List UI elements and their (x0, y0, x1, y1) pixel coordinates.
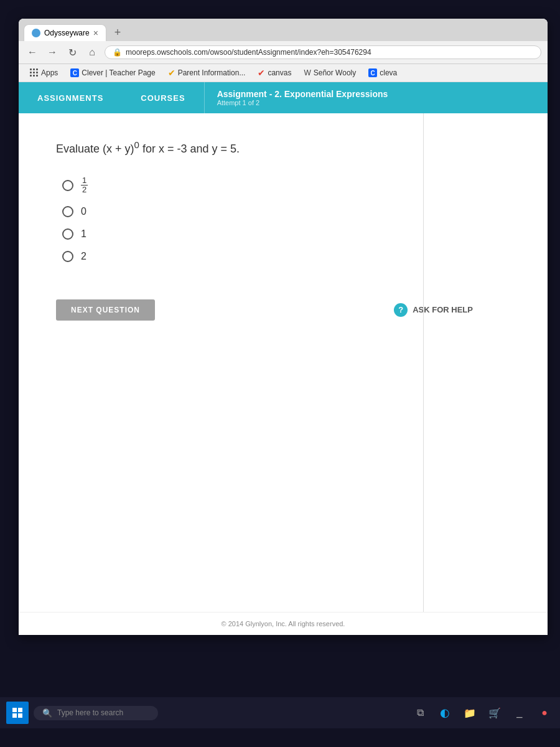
parent-info-label: Parent Information... (178, 68, 246, 77)
nav-bar: ASSIGNMENTS COURSES Assignment - 2. Expo… (19, 82, 548, 113)
search-icon: 🔍 (42, 708, 52, 718)
attempt-text: Attempt 1 of 2 (217, 99, 388, 106)
apps-bookmark[interactable]: Apps (25, 67, 63, 78)
radio-btn-1[interactable] (62, 180, 73, 191)
taskbar: 🔍 Type here to search ⧉ ◐ 📁 🛒 ⎯ ● (0, 697, 560, 728)
tab-title: Odysseyware (44, 29, 90, 37)
answer-option-3[interactable]: 1 (62, 228, 510, 240)
canvas-bookmark[interactable]: ✔ canvas (253, 67, 296, 79)
tab-bar: Odysseyware × + (19, 19, 548, 41)
option-label-3: 1 (81, 228, 86, 240)
fraction-denominator: 2 (81, 186, 88, 194)
clever-icon: C (70, 68, 79, 77)
help-icon: ? (394, 303, 408, 317)
wooly-icon: W (304, 68, 310, 77)
radio-btn-3[interactable] (62, 228, 73, 240)
option-label-1: 1 2 (81, 176, 88, 195)
bookmarks-bar: Apps C Clever | Teacher Page ✔ Parent In… (19, 64, 548, 82)
question-text: Evaluate (x + y)0 for x = -3 and y = 5. (56, 138, 510, 157)
ask-help-text: ASK FOR HELP (413, 305, 473, 314)
clever-bookmark[interactable]: C Clever | Teacher Page (65, 67, 160, 78)
file-explorer-icon[interactable]: 📁 (460, 703, 479, 722)
taskbar-search[interactable]: 🔍 Type here to search (34, 706, 158, 720)
active-tab[interactable]: Odysseyware × (24, 24, 106, 41)
answer-option-2[interactable]: 0 (62, 206, 510, 217)
option-label-2: 0 (81, 206, 86, 217)
answer-options: 1 2 0 1 2 (62, 176, 510, 262)
parent-info-bookmark[interactable]: ✔ Parent Information... (163, 67, 251, 79)
next-question-button[interactable]: NEXT QUESTION (56, 299, 155, 321)
page-content: ASSIGNMENTS COURSES Assignment - 2. Expo… (19, 82, 548, 635)
bottom-actions: NEXT QUESTION ? ASK FOR HELP (56, 299, 510, 321)
edge-icon[interactable]: ◐ (436, 703, 454, 722)
search-placeholder: Type here to search (57, 708, 123, 717)
tab-favicon (32, 29, 40, 37)
address-bar-area: ← → ↻ ⌂ 🔒 mooreps.owschools.com/owsoo/st… (19, 41, 548, 64)
forward-button[interactable]: → (45, 45, 60, 60)
back-button[interactable]: ← (25, 45, 40, 60)
ask-help-area[interactable]: ? ASK FOR HELP (394, 303, 473, 317)
minimize-icon[interactable]: ⎯ (510, 703, 529, 722)
senor-wooly-label: Señor Wooly (314, 68, 356, 77)
answer-option-4[interactable]: 2 (62, 251, 510, 262)
address-box[interactable]: 🔒 mooreps.owschools.com/owsoo/studentAss… (105, 45, 541, 59)
main-content: Evaluate (x + y)0 for x = -3 and y = 5. … (19, 113, 548, 612)
url-text: mooreps.owschools.com/owsoo/studentAssig… (126, 48, 371, 57)
unknown-icon[interactable]: ● (535, 703, 554, 722)
radio-btn-4[interactable] (62, 251, 73, 262)
browser-chrome: Odysseyware × + ← → ↻ ⌂ 🔒 mooreps.owscho… (19, 19, 548, 82)
apps-label: Apps (41, 68, 58, 77)
assignments-nav[interactable]: ASSIGNMENTS (19, 82, 122, 113)
parent-info-icon: ✔ (168, 68, 175, 78)
cleva-bookmark[interactable]: C cleva (363, 67, 402, 78)
cleva-icon: C (368, 68, 377, 77)
cleva-label: cleva (380, 68, 397, 77)
assignment-info: Assignment - 2. Exponential Expressions … (217, 89, 388, 106)
apps-grid-icon (30, 68, 39, 77)
browser-window: Odysseyware × + ← → ↻ ⌂ 🔒 mooreps.owscho… (19, 19, 548, 635)
tab-close-button[interactable]: × (93, 29, 98, 37)
senor-wooly-bookmark[interactable]: W Señor Wooly (299, 67, 361, 78)
option-label-4: 2 (81, 251, 86, 262)
assignment-title: Assignment - 2. Exponential Expressions (217, 89, 388, 99)
taskbar-icons: ⧉ ◐ 📁 🛒 ⎯ ● (411, 703, 554, 722)
canvas-label: canvas (268, 68, 291, 77)
task-view-button[interactable]: ⧉ (411, 703, 429, 722)
radio-btn-2[interactable] (62, 206, 73, 217)
refresh-button[interactable]: ↻ (65, 45, 80, 60)
fraction-icon: 1 2 (81, 176, 88, 195)
windows-icon (12, 708, 22, 718)
vertical-divider (423, 113, 424, 612)
courses-nav[interactable]: COURSES (122, 82, 203, 113)
clever-label: Clever | Teacher Page (82, 68, 155, 77)
copyright-text: © 2014 Glynlyon, Inc. All rights reserve… (222, 620, 345, 627)
home-button[interactable]: ⌂ (85, 45, 100, 60)
fraction-numerator: 1 (81, 176, 88, 186)
start-button[interactable] (6, 702, 29, 724)
page-footer: © 2014 Glynlyon, Inc. All rights reserve… (19, 612, 548, 635)
canvas-icon: ✔ (258, 68, 265, 78)
answer-option-1[interactable]: 1 2 (62, 176, 510, 195)
assignment-info-panel: Assignment - 2. Exponential Expressions … (204, 82, 548, 113)
new-tab-button[interactable]: + (109, 24, 126, 41)
lock-icon: 🔒 (113, 48, 122, 57)
store-icon[interactable]: 🛒 (485, 703, 504, 722)
